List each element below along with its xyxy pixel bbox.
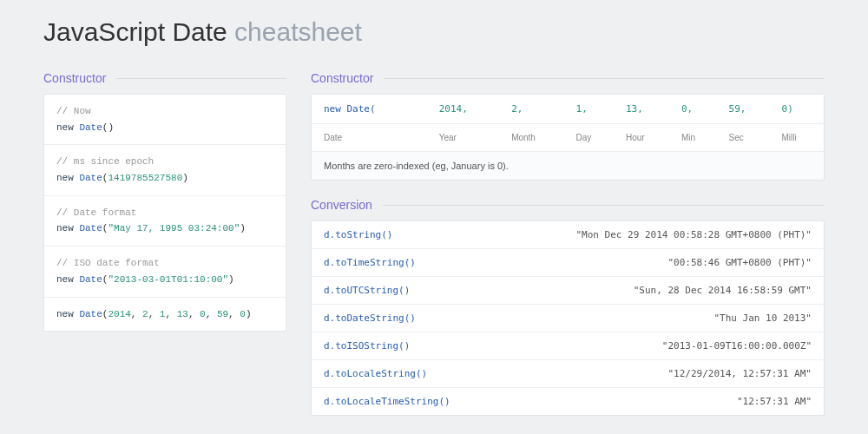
conversion-method: d.toISOString() <box>324 340 410 352</box>
code-comment: // Now <box>56 106 91 116</box>
table-row: new Date(2014,2,1,13,0,59,0) <box>312 95 824 124</box>
constructor-arg: 1, <box>569 95 619 124</box>
code-line: new Date(1419785527580) <box>56 173 188 183</box>
conversion-method: d.toString() <box>324 229 392 240</box>
constructor-breakdown-card: new Date(2014,2,1,13,0,59,0) DateYearMon… <box>311 94 825 181</box>
conversion-method: d.toLocaleTimeString() <box>324 396 450 407</box>
title-subtitle: cheatsheet <box>234 17 362 46</box>
conversion-row: d.toUTCString()"Sun, 28 Dec 2014 16:58:5… <box>312 277 824 305</box>
code-comment: // ISO date format <box>56 258 160 268</box>
conversion-method: d.toLocaleString() <box>324 368 427 379</box>
section-heading-constructor-right: Constructor <box>311 71 825 85</box>
conversion-row: d.toLocaleString()"12/29/2014, 12:57:31 … <box>312 360 824 388</box>
page-title: JavaScript Date cheatsheet <box>43 17 825 47</box>
table-row: DateYearMonthDayHourMinSecMilli <box>312 124 824 152</box>
conversion-method: d.toDateString() <box>324 312 416 324</box>
section-heading-constructor-left: Constructor <box>43 71 286 85</box>
constructor-arg: 0, <box>674 95 722 124</box>
constructor-table: new Date(2014,2,1,13,0,59,0) DateYearMon… <box>312 95 824 180</box>
conversion-method: d.toTimeString() <box>324 257 416 268</box>
code-block: // ms since epochnew Date(1419785527580) <box>44 145 286 195</box>
constructor-arg-label: Milli <box>775 124 824 152</box>
conversion-output: "Mon Dec 29 2014 00:58:28 GMT+0800 (PHT)… <box>575 229 812 240</box>
code-block: // Nownew Date() <box>44 95 286 145</box>
conversion-row: d.toLocaleTimeString()"12:57:31 AM" <box>312 388 824 415</box>
conversion-output: "12:57:31 AM" <box>737 396 812 407</box>
conversion-output: "Sun, 28 Dec 2014 16:58:59 GMT" <box>634 285 812 296</box>
constructor-arg: 13, <box>619 95 674 124</box>
code-comment: // Date format <box>56 207 136 218</box>
conversion-output: "00:58:46 GMT+0800 (PHT)" <box>667 257 812 268</box>
code-line: new Date() <box>56 122 114 133</box>
conversion-row: d.toDateString()"Thu Jan 10 2013" <box>312 305 824 332</box>
code-block: // Date formatnew Date("May 17, 1995 03:… <box>44 196 286 247</box>
constructor-arg: 2014, <box>432 95 504 124</box>
conversion-method: d.toUTCString() <box>324 285 410 296</box>
constructor-arg-label: Month <box>504 124 569 152</box>
conversion-row: d.toTimeString()"00:58:46 GMT+0800 (PHT)… <box>312 249 824 277</box>
conversion-output: "2013-01-09T16:00:00.000Z" <box>662 340 812 352</box>
code-block: new Date(2014, 2, 1, 13, 0, 59, 0) <box>44 298 286 332</box>
constructor-arg: new Date( <box>312 95 432 124</box>
code-line: new Date("2013-03-01T01:10:00") <box>56 274 234 285</box>
conversion-row: d.toISOString()"2013-01-09T16:00:00.000Z… <box>312 332 824 360</box>
constructor-note: Months are zero-indexed (eg, January is … <box>312 152 824 181</box>
code-comment: // ms since epoch <box>56 156 154 167</box>
constructor-examples-card: // Nownew Date()// ms since epochnew Dat… <box>43 94 286 332</box>
conversion-output: "12/29/2014, 12:57:31 AM" <box>667 368 812 379</box>
table-row: Months are zero-indexed (eg, January is … <box>312 152 824 181</box>
conversion-card: d.toString()"Mon Dec 29 2014 00:58:28 GM… <box>311 220 825 416</box>
constructor-arg: 59, <box>722 95 775 124</box>
code-block: // ISO date formatnew Date("2013-03-01T0… <box>44 247 286 297</box>
constructor-arg-label: Sec <box>722 124 775 152</box>
conversion-row: d.toString()"Mon Dec 29 2014 00:58:28 GM… <box>312 221 824 249</box>
section-heading-conversion: Conversion <box>311 198 825 212</box>
constructor-arg-label: Hour <box>619 124 674 152</box>
constructor-arg-label: Day <box>569 124 619 152</box>
constructor-arg: 2, <box>504 95 569 124</box>
code-line: new Date(2014, 2, 1, 13, 0, 59, 0) <box>56 309 252 319</box>
constructor-arg: 0) <box>775 95 824 124</box>
title-main: JavaScript Date <box>43 17 227 46</box>
constructor-arg-label: Min <box>674 124 722 152</box>
constructor-arg-label: Date <box>312 124 432 152</box>
code-line: new Date("May 17, 1995 03:24:00") <box>56 223 246 233</box>
conversion-output: "Thu Jan 10 2013" <box>713 312 812 324</box>
constructor-arg-label: Year <box>432 124 504 152</box>
